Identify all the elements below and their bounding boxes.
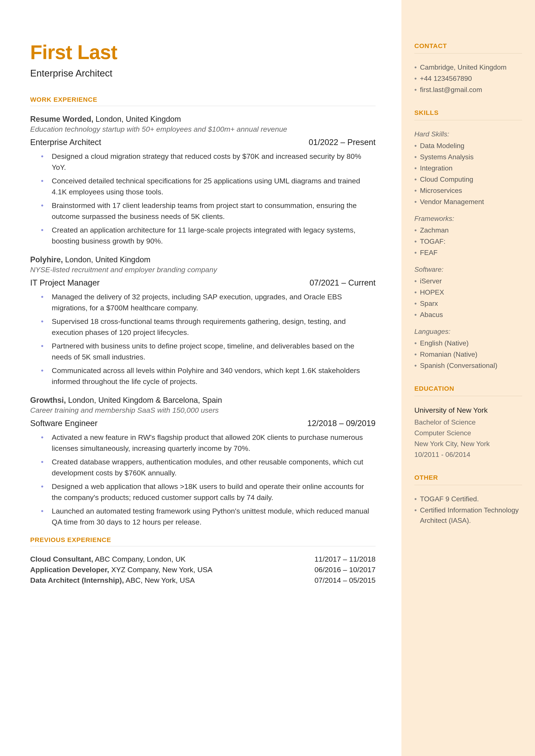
experience-entry: Polyhire, London, United KingdomNYSE-lis… [30, 255, 376, 387]
contact-list: Cambridge, United Kingdom+44 1234567890f… [414, 62, 522, 95]
previous-row: Cloud Consultant, ABC Company, London, U… [30, 555, 376, 563]
previous-dates: 11/2017 – 11/2018 [314, 555, 376, 563]
software-item: iServer [414, 276, 522, 286]
contact-item: +44 1234567890 [414, 73, 522, 84]
contact-item: first.last@gmail.com [414, 84, 522, 95]
role-dates: 01/2022 – Present [309, 138, 376, 147]
previous-job: Data Architect (Internship), ABC, New Yo… [30, 576, 195, 584]
person-name: First Last [30, 41, 376, 64]
education-field: Computer Science [414, 428, 522, 438]
divider [30, 106, 376, 106]
bullet-item: Managed the delivery of 32 projects, inc… [45, 292, 376, 313]
other-item: TOGAF 9 Certified. [414, 494, 522, 504]
bullet-list: Managed the delivery of 32 projects, inc… [30, 292, 376, 387]
previous-title: Data Architect (Internship), [30, 576, 124, 584]
company-location: London, United Kingdom & Barcelona, Spai… [66, 396, 222, 405]
language-item: Spanish (Conversational) [414, 360, 522, 371]
bullet-item: Brainstormed with 17 client leadership t… [45, 200, 376, 222]
contact-heading: CONTACT [414, 41, 522, 51]
software-label: Software: [414, 264, 522, 274]
company-description: Career training and membership SaaS with… [30, 406, 376, 414]
role-title: Enterprise Architect [30, 138, 101, 147]
language-item: English (Native) [414, 338, 522, 348]
languages-label: Languages: [414, 326, 522, 337]
language-item: Romanian (Native) [414, 349, 522, 359]
company-name: Growthsi, [30, 396, 66, 405]
framework-item: FEAF [414, 247, 522, 258]
software-list: iServerHOPEXSparxAbacus [414, 276, 522, 320]
divider [414, 485, 522, 485]
role-title: Software Engineer [30, 419, 98, 428]
bullet-list: Activated a new feature in RW's flagship… [30, 432, 376, 528]
bullet-item: Supervised 18 cross-functional teams thr… [45, 316, 376, 338]
bullet-item: Partnered with business units to define … [45, 341, 376, 362]
role-dates: 12/2018 – 09/2019 [307, 419, 376, 428]
skill-item: Vendor Management [414, 197, 522, 207]
skill-item: Microservices [414, 185, 522, 196]
previous-company: XYZ Company, New York, USA [109, 566, 212, 574]
other-list: TOGAF 9 Certified.Certified Information … [414, 494, 522, 526]
company-line: Resume Worded, London, United Kingdom [30, 115, 376, 124]
framework-item: TOGAF: [414, 236, 522, 246]
role-line: Software Engineer12/2018 – 09/2019 [30, 419, 376, 428]
bullet-item: Designed a cloud migration strategy that… [45, 151, 376, 173]
company-description: Education technology startup with 50+ em… [30, 125, 376, 133]
previous-row: Data Architect (Internship), ABC, New Yo… [30, 576, 376, 584]
company-description: NYSE-listed recruitment and employer bra… [30, 266, 376, 274]
work-experience-heading: WORK EXPERIENCE [30, 96, 376, 103]
previous-job: Cloud Consultant, ABC Company, London, U… [30, 555, 185, 563]
experience-entry: Resume Worded, London, United KingdomEdu… [30, 115, 376, 246]
bullet-item: Launched an automated testing framework … [45, 506, 376, 528]
main-column: First Last Enterprise Architect WORK EXP… [0, 0, 401, 756]
experience-entry: Growthsi, London, United Kingdom & Barce… [30, 396, 376, 528]
role-dates: 07/2021 – Current [310, 278, 376, 288]
previous-title: Cloud Consultant, [30, 555, 93, 563]
education-degree: Bachelor of Science [414, 417, 522, 427]
education-heading: EDUCATION [414, 384, 522, 393]
languages-list: English (Native)Romanian (Native)Spanish… [414, 338, 522, 371]
company-location: London, United Kingdom [63, 255, 151, 264]
company-line: Polyhire, London, United Kingdom [30, 255, 376, 264]
bullet-item: Created database wrappers, authenticatio… [45, 457, 376, 478]
skill-item: Data Modeling [414, 141, 522, 151]
frameworks-label: Frameworks: [414, 213, 522, 224]
company-location: London, United Kingdom [93, 115, 181, 124]
divider [414, 120, 522, 120]
bullet-item: Communicated across all levels within Po… [45, 365, 376, 387]
framework-item: Zachman [414, 225, 522, 235]
other-item: Certified Information Technology Archite… [414, 505, 522, 526]
person-title: Enterprise Architect [30, 68, 376, 79]
bullet-item: Activated a new feature in RW's flagship… [45, 432, 376, 454]
skill-item: Cloud Computing [414, 174, 522, 184]
previous-job: Application Developer, XYZ Company, New … [30, 566, 212, 574]
previous-title: Application Developer, [30, 566, 109, 574]
previous-company: ABC, New York, USA [124, 576, 195, 584]
contact-item: Cambridge, United Kingdom [414, 62, 522, 72]
skill-item: Systems Analysis [414, 152, 522, 162]
hard-skills-list: Data ModelingSystems AnalysisIntegration… [414, 141, 522, 207]
frameworks-list: ZachmanTOGAF:FEAF [414, 225, 522, 258]
role-title: IT Project Manager [30, 278, 99, 288]
company-line: Growthsi, London, United Kingdom & Barce… [30, 396, 376, 405]
skill-item: Integration [414, 163, 522, 173]
other-heading: OTHER [414, 473, 522, 482]
software-item: HOPEX [414, 287, 522, 297]
sidebar: CONTACT Cambridge, United Kingdom+44 123… [401, 0, 535, 756]
role-line: Enterprise Architect01/2022 – Present [30, 138, 376, 147]
bullet-item: Designed a web application that allows >… [45, 481, 376, 503]
hard-skills-label: Hard Skills: [414, 129, 522, 139]
previous-experience-heading: PREVIOUS EXPERIENCE [30, 536, 376, 544]
education-school: University of New York [414, 405, 522, 416]
bullet-list: Designed a cloud migration strategy that… [30, 151, 376, 246]
software-item: Sparx [414, 298, 522, 309]
previous-dates: 07/2014 – 05/2015 [314, 576, 376, 584]
bullet-item: Conceived detailed technical specificati… [45, 176, 376, 197]
education-location: New York City, New York [414, 438, 522, 449]
previous-dates: 06/2016 – 10/2017 [314, 566, 376, 574]
company-name: Resume Worded, [30, 115, 93, 124]
bullet-item: Created an application architecture for … [45, 225, 376, 246]
previous-company: ABC Company, London, UK [93, 555, 185, 563]
previous-row: Application Developer, XYZ Company, New … [30, 566, 376, 574]
role-line: IT Project Manager07/2021 – Current [30, 278, 376, 288]
education-dates: 10/2011 - 06/2014 [414, 449, 522, 460]
